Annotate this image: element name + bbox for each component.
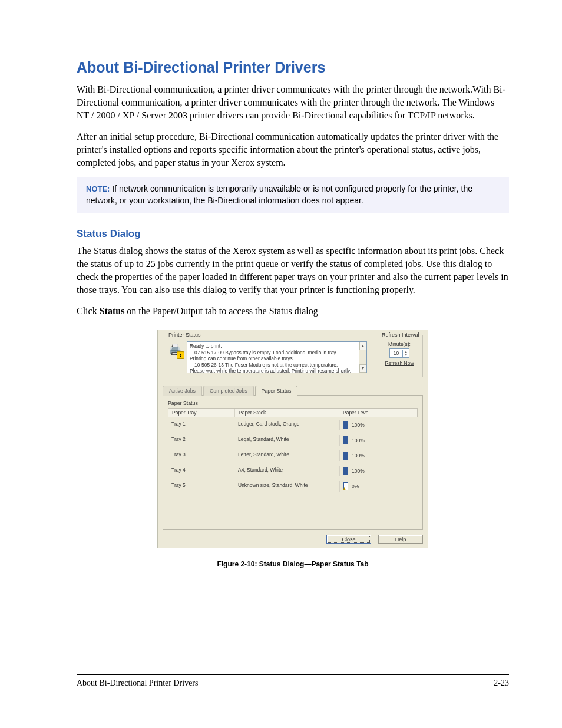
table-row: Tray 5Unknown size, Standard, White▲0% bbox=[168, 479, 418, 494]
level-bar-icon bbox=[343, 467, 348, 475]
status-line: 10-505 26-13 The Fuser Module is not at … bbox=[190, 362, 358, 368]
level-bar-icon bbox=[343, 421, 348, 429]
page-footer: About Bi-Directional Printer Drivers 2-2… bbox=[77, 674, 509, 688]
cell-tray: Tray 3 bbox=[168, 450, 234, 461]
scroll-down-icon[interactable]: ▼ bbox=[359, 364, 366, 373]
printer-status-legend: Printer Status bbox=[167, 332, 203, 338]
level-text: 100% bbox=[352, 437, 365, 443]
figure-caption: Figure 2-10: Status Dialog—Paper Status … bbox=[77, 560, 509, 568]
col-paper-stock: Paper Stock bbox=[235, 409, 339, 417]
note-box: NOTE: If network communication is tempor… bbox=[77, 177, 509, 212]
col-paper-level: Paper Level bbox=[339, 409, 417, 417]
tab-completed-jobs[interactable]: Completed Jobs bbox=[203, 386, 254, 396]
refresh-legend: Refresh Interval bbox=[380, 332, 421, 338]
minutes-label: Minute(s): bbox=[380, 341, 419, 347]
table-row: Tray 4A4, Standard, White100% bbox=[168, 463, 418, 479]
status-line: Ready to print. bbox=[190, 343, 222, 349]
footer-left: About Bi-Directional Printer Drivers bbox=[77, 678, 198, 688]
warning-badge-icon: ! bbox=[177, 351, 184, 359]
level-text: 100% bbox=[352, 468, 365, 474]
printer-icon: 🖨️! bbox=[167, 341, 183, 358]
cell-stock: Legal, Standard, White bbox=[234, 435, 340, 446]
scrollbar[interactable]: ▲ ▼ bbox=[359, 342, 366, 373]
cell-stock: A4, Standard, White bbox=[234, 466, 340, 476]
table-row: Tray 3Letter, Standard, White100% bbox=[168, 448, 418, 463]
page-heading: About Bi-Directional Printer Drivers bbox=[77, 59, 509, 76]
help-button[interactable]: Help bbox=[378, 535, 423, 544]
cell-level: 100% bbox=[340, 450, 418, 461]
paragraph-3: The Status dialog shows the status of th… bbox=[77, 245, 509, 297]
cell-tray: Tray 4 bbox=[168, 466, 234, 476]
footer-right: 2-23 bbox=[494, 678, 509, 688]
cell-tray: Tray 1 bbox=[168, 420, 234, 430]
cell-stock: Letter, Standard, White bbox=[234, 450, 340, 461]
cell-tray: Tray 2 bbox=[168, 435, 234, 446]
scroll-up-icon[interactable]: ▲ bbox=[359, 342, 366, 350]
warning-triangle-icon: ▲ bbox=[342, 486, 346, 490]
status-dialog-heading: Status Dialog bbox=[77, 228, 509, 240]
status-line: 07-515 17-09 Bypass tray is empty. Load … bbox=[190, 350, 358, 356]
minutes-value: 10 bbox=[390, 350, 402, 356]
col-paper-tray: Paper Tray bbox=[168, 409, 235, 417]
tab-paper-status[interactable]: Paper Status bbox=[255, 386, 298, 396]
status-line: Printing can continue from other availab… bbox=[190, 355, 294, 361]
paper-status-panel: Paper Status Paper Tray Paper Stock Pape… bbox=[163, 395, 423, 530]
note-label: NOTE: bbox=[86, 185, 110, 193]
table-row: Tray 2Legal, Standard, White100% bbox=[168, 433, 418, 448]
level-bar-icon bbox=[343, 452, 348, 460]
table-row: Tray 1Ledger, Card stock, Orange100% bbox=[168, 417, 418, 433]
cell-level: 100% bbox=[340, 435, 418, 446]
cell-level: 100% bbox=[340, 420, 418, 430]
level-bar-icon bbox=[343, 436, 348, 444]
paragraph-4: Click Status on the Paper/Output tab to … bbox=[77, 305, 509, 318]
cell-stock: Ledger, Card stock, Orange bbox=[234, 420, 340, 430]
status-message-box: Ready to print. 07-515 17-09 Bypass tray… bbox=[187, 341, 367, 373]
paragraph-2: After an initial setup procedure, Bi-Dir… bbox=[77, 130, 509, 169]
paragraph-1: With Bi-Directional communication, a pri… bbox=[77, 83, 509, 122]
level-text: 100% bbox=[352, 453, 365, 459]
close-button[interactable]: Close bbox=[326, 535, 371, 544]
status-dialog: Printer Status 🖨️! Ready to print. 07-51… bbox=[157, 330, 428, 548]
level-text: 100% bbox=[352, 422, 365, 428]
level-text: 0% bbox=[352, 483, 359, 489]
status-line: Please wait while the temperature is adj… bbox=[190, 368, 351, 373]
cell-level: 100% bbox=[340, 466, 418, 476]
cell-level: ▲0% bbox=[340, 481, 418, 492]
spinner-down-icon[interactable]: ▼ bbox=[403, 353, 409, 357]
printer-status-group: Printer Status 🖨️! Ready to print. 07-51… bbox=[163, 335, 371, 377]
cell-tray: Tray 5 bbox=[168, 481, 234, 492]
table-header: Paper Tray Paper Stock Paper Level bbox=[168, 408, 418, 417]
note-text: If network communication is temporarily … bbox=[86, 184, 472, 205]
cell-stock: Unknown size, Standard, White bbox=[234, 481, 340, 492]
tab-active-jobs[interactable]: Active Jobs bbox=[163, 386, 202, 396]
refresh-interval-group: Refresh Interval Minute(s): 10 ▲▼ Refres… bbox=[376, 335, 423, 377]
minutes-spinner[interactable]: 10 ▲▼ bbox=[389, 348, 409, 358]
panel-legend: Paper Status bbox=[168, 400, 418, 406]
level-bar-icon: ▲ bbox=[343, 482, 348, 490]
refresh-now-link[interactable]: Refresh Now bbox=[380, 360, 419, 366]
